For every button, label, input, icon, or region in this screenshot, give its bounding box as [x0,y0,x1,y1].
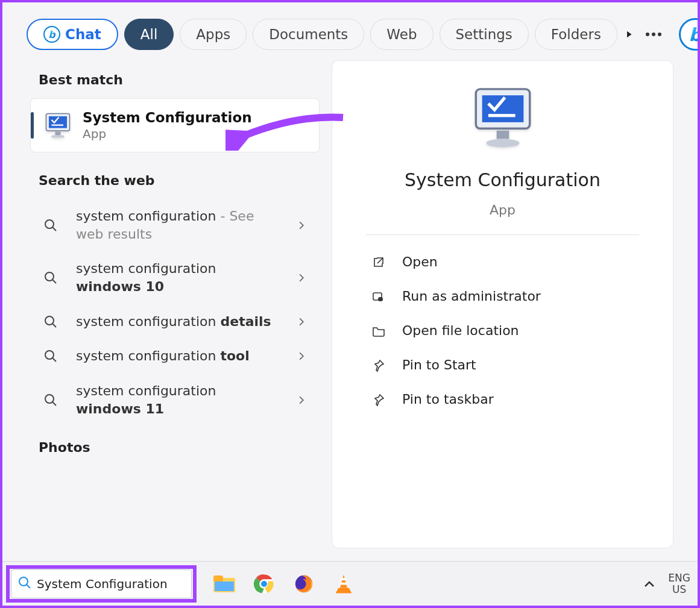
pin-icon [370,358,388,372]
pin-icon [370,392,388,407]
filter-settings-label: Settings [456,27,512,42]
system-configuration-icon [43,110,73,140]
language-top: ENG [668,572,690,584]
web-result-row[interactable]: system configuration windows 10 [30,251,320,304]
chevron-right-icon [289,352,314,360]
open-icon [370,255,388,269]
web-result-text: system configuration tool [76,347,279,365]
web-result-text: system configuration windows 10 [76,260,279,295]
svg-line-25 [27,584,30,588]
svg-line-17 [52,402,56,406]
search-icon [36,315,65,329]
web-result-text: system configuration windows 11 [76,382,279,418]
filter-documents-label: Documents [269,27,348,42]
svg-rect-5 [52,125,64,126]
svg-point-10 [45,272,54,281]
section-best-match: Best match [39,72,320,87]
svg-point-16 [45,395,54,403]
svg-point-14 [45,351,54,359]
svg-rect-21 [496,131,509,139]
svg-rect-28 [215,581,234,591]
bing-badge-icon[interactable]: b [679,18,700,51]
search-icon [36,218,65,233]
panel-divider [366,234,639,235]
web-result-row[interactable]: system configuration details [30,304,320,339]
filter-apps[interactable]: Apps [180,19,247,50]
svg-point-2 [658,33,661,36]
taskbar-search-highlight [6,565,197,603]
svg-line-15 [52,358,56,362]
best-match-result[interactable]: System Configuration App [30,98,320,152]
action-pin-start[interactable]: Pin to Start [366,348,639,382]
svg-rect-33 [341,578,347,580]
filter-folders[interactable]: Folders [535,19,617,50]
svg-point-31 [261,581,267,587]
taskbar-search-input[interactable] [37,577,187,591]
language-bottom: US [668,584,690,595]
action-open-location[interactable]: Open file location [366,313,639,348]
svg-point-24 [19,577,28,586]
svg-point-12 [45,316,54,325]
svg-point-22 [486,139,519,147]
svg-line-11 [52,280,56,283]
vlc-icon[interactable] [332,572,356,596]
chrome-icon[interactable] [252,572,276,596]
panel-title: System Configuration [405,169,601,190]
search-filter-bar: b Chat All Apps Documents Web Settings F… [2,2,698,60]
web-result-row[interactable]: system configuration windows 11 [30,374,320,426]
filter-all[interactable]: All [124,19,174,50]
action-open-location-label: Open file location [402,323,519,338]
folder-icon [370,324,388,338]
filter-documents[interactable]: Documents [253,19,364,50]
panel-subtitle: App [490,202,516,218]
filter-web[interactable]: Web [370,19,433,50]
svg-rect-7 [52,136,65,138]
action-open-label: Open [402,254,438,269]
section-photos: Photos [39,440,320,455]
svg-point-0 [646,33,649,36]
search-icon [17,575,32,592]
admin-icon [370,289,388,304]
language-indicator[interactable]: ENG US [668,572,690,595]
filter-folders-label: Folders [551,27,601,42]
svg-rect-6 [55,132,61,136]
svg-rect-20 [488,114,515,117]
taskbar: ENG US [2,561,698,606]
filter-settings[interactable]: Settings [440,19,529,50]
action-pin-taskbar-label: Pin to taskbar [402,392,494,407]
web-result-row[interactable]: system configuration tool [30,339,320,374]
chevron-right-icon [289,318,314,326]
filter-chat-label: Chat [65,27,101,42]
action-open[interactable]: Open [366,245,639,279]
firefox-icon[interactable] [292,572,316,596]
action-run-admin-label: Run as administrator [402,289,541,304]
chevron-right-icon [289,221,314,230]
web-result-text: system configuration details [76,313,279,331]
file-explorer-icon[interactable] [212,572,236,596]
more-options-button[interactable] [640,21,667,48]
best-match-title: System Configuration [83,110,252,125]
svg-line-13 [52,324,56,327]
web-result-text: system configuration - See web results [76,207,279,243]
chevron-right-icon [289,396,314,404]
action-run-admin[interactable]: Run as administrator [366,279,639,313]
taskbar-search[interactable] [11,569,192,598]
details-panel: System Configuration App Open Run as adm… [332,60,673,548]
svg-rect-34 [340,582,347,584]
web-results-list: system configuration - See web resultssy… [30,199,320,427]
best-match-subtitle: App [83,127,252,141]
web-result-row[interactable]: system configuration - See web results [30,199,320,251]
search-icon [36,349,65,363]
search-icon [36,393,65,407]
svg-rect-27 [213,575,223,581]
filter-all-label: All [140,27,158,42]
svg-point-8 [45,220,54,228]
filter-apps-label: Apps [196,27,230,42]
action-pin-taskbar[interactable]: Pin to taskbar [366,382,639,416]
chevron-right-icon [289,274,314,282]
svg-line-9 [52,227,56,231]
taskbar-pinned-apps [212,572,356,596]
filters-overflow-arrow[interactable] [623,21,634,48]
tray-overflow-button[interactable] [644,578,655,590]
filter-chat[interactable]: b Chat [27,19,118,50]
